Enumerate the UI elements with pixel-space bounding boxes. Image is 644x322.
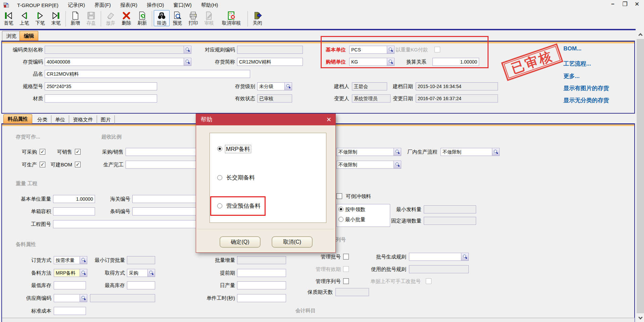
- link-show-with-picture[interactable]: 显示有图片的存货: [563, 84, 609, 92]
- next-record-button[interactable]: 下笔: [32, 10, 48, 26]
- lookup-icon[interactable]: [387, 46, 395, 54]
- max-stock-field[interactable]: [127, 281, 155, 289]
- issue-min-batch-radio[interactable]: [338, 217, 343, 222]
- tab-edit[interactable]: 编辑: [19, 31, 38, 41]
- fixed-increment-field[interactable]: [424, 217, 476, 225]
- link-process-flow[interactable]: 工艺流程...: [563, 60, 591, 68]
- rule-code-field[interactable]: [237, 46, 303, 54]
- lookup-icon[interactable]: [80, 294, 87, 302]
- issue-by-request-radio[interactable]: [338, 207, 343, 212]
- drawing-no-field[interactable]: [53, 220, 196, 228]
- box-volume-field[interactable]: [53, 207, 95, 215]
- backflush-checkbox[interactable]: [336, 193, 342, 199]
- preview-button[interactable]: 预览: [170, 10, 185, 26]
- limit-field-1[interactable]: 不做限制: [336, 148, 401, 156]
- manage-batch-checkbox[interactable]: [343, 254, 349, 259]
- trade-unit-field[interactable]: KG: [349, 58, 395, 66]
- base-unit-weight-field[interactable]: 1.00000: [53, 195, 95, 203]
- menu-tgroup-erp[interactable]: T-GROUP ERP(E): [12, 2, 63, 8]
- dialog-close-icon[interactable]: ✕: [326, 114, 331, 125]
- min-issue-field[interactable]: [424, 205, 476, 213]
- vertical-scrollbar[interactable]: [637, 30, 644, 322]
- close-window-button[interactable]: 关闭: [249, 10, 265, 26]
- lookup-icon[interactable]: [148, 269, 155, 277]
- menu-operation[interactable]: 操作(O): [142, 2, 169, 8]
- tab-browse[interactable]: 浏览: [2, 31, 21, 41]
- new-button[interactable]: 新增: [67, 10, 83, 26]
- lookup-icon[interactable]: [285, 82, 292, 90]
- batch-rule-field[interactable]: [409, 253, 469, 261]
- lookup-icon[interactable]: [387, 58, 395, 66]
- refresh-button[interactable]: 刷新: [134, 10, 150, 26]
- subtab-picture[interactable]: 图片: [97, 115, 115, 124]
- lookup-icon[interactable]: [184, 58, 191, 66]
- item-level-field[interactable]: 未分级: [257, 82, 292, 90]
- option-mrp-label[interactable]: MRP备料: [225, 145, 251, 153]
- shelf-life-field[interactable]: [335, 288, 369, 296]
- ratio-production-field[interactable]: [126, 161, 197, 169]
- barcode-field[interactable]: [132, 207, 196, 215]
- item-name-field[interactable]: CR12MOV精料: [45, 70, 250, 78]
- subtab-qualification[interactable]: 资格文件: [69, 115, 97, 124]
- cancel-button[interactable]: 取消(C): [272, 236, 313, 248]
- option-business-forecast-radio[interactable]: [217, 203, 222, 208]
- subtab-category[interactable]: 分类: [34, 115, 51, 124]
- filter-button[interactable]: 筛选: [154, 10, 170, 26]
- first-record-button[interactable]: 首笔: [1, 10, 16, 26]
- dialog-titlebar[interactable]: 帮助 ✕: [196, 114, 335, 125]
- factory-flow-field[interactable]: 不做限制: [441, 148, 500, 156]
- can-produce-checkbox[interactable]: ✓: [40, 162, 45, 167]
- delete-button[interactable]: 删除: [119, 10, 134, 26]
- menu-window[interactable]: 窗口(W): [169, 2, 196, 8]
- unit-work-time-field[interactable]: [237, 294, 286, 302]
- lead-time-field[interactable]: [237, 269, 286, 277]
- can-purchase-checkbox[interactable]: ✓: [40, 149, 45, 155]
- lookup-icon[interactable]: [184, 46, 191, 54]
- can-sale-checkbox[interactable]: ✓: [75, 149, 81, 155]
- subtab-item-attributes[interactable]: 料品属性: [3, 114, 32, 124]
- minimize-button[interactable]: –: [609, 1, 616, 8]
- spec-field[interactable]: 250*240*35: [45, 82, 157, 90]
- last-record-button[interactable]: 末笔: [48, 10, 64, 26]
- menu-record[interactable]: 记录(R): [63, 2, 90, 8]
- ratio-purchase-sale-field[interactable]: [126, 148, 197, 156]
- lookup-icon[interactable]: [492, 148, 500, 156]
- min-stock-field[interactable]: [54, 281, 86, 289]
- lookup-icon[interactable]: [394, 161, 401, 169]
- acquire-mode-field[interactable]: 采购: [127, 269, 155, 277]
- menu-interface[interactable]: 界面(F): [90, 2, 116, 8]
- option-long-leadtime-label[interactable]: 长交期备料: [226, 174, 255, 182]
- std-cost-field[interactable]: [54, 307, 86, 315]
- manage-serial-checkbox[interactable]: [343, 278, 349, 284]
- cancel-audit-button[interactable]: 取消审核: [217, 10, 246, 26]
- link-show-uncategorized[interactable]: 显示无分类的存货: [563, 96, 609, 104]
- scroll-up-button[interactable]: [637, 30, 644, 39]
- link-more[interactable]: 更多...: [563, 72, 580, 80]
- base-unit-field[interactable]: PCS: [349, 46, 395, 54]
- print-button[interactable]: 打印: [185, 10, 201, 26]
- prep-method-field[interactable]: MRP备料: [54, 269, 87, 277]
- link-bom[interactable]: BOM...: [563, 45, 582, 52]
- lookup-icon[interactable]: [461, 253, 469, 261]
- close-button[interactable]: ✕: [633, 1, 641, 8]
- scroll-down-button[interactable]: [637, 313, 644, 322]
- prev-record-button[interactable]: 上笔: [16, 10, 32, 26]
- coding-category-field[interactable]: [45, 46, 191, 54]
- daily-output-field[interactable]: [237, 281, 286, 289]
- order-mode-field[interactable]: 按需求量: [54, 256, 87, 264]
- menu-help[interactable]: 帮助(H): [196, 2, 223, 8]
- ok-button[interactable]: 确定(Q): [220, 236, 261, 248]
- customs-code-field[interactable]: [132, 195, 196, 203]
- conversion-field[interactable]: 1.00000: [432, 58, 479, 66]
- option-mrp-radio[interactable]: [217, 146, 222, 151]
- menu-report[interactable]: 报表(R): [116, 2, 142, 8]
- limit-field-2[interactable]: 不做限制: [336, 161, 401, 169]
- lookup-icon[interactable]: [394, 148, 401, 156]
- item-code-field[interactable]: 400400008: [45, 58, 191, 66]
- option-business-forecast-label[interactable]: 营业预估备料: [226, 202, 261, 210]
- restore-button[interactable]: ❐: [621, 1, 629, 8]
- item-short-name-field[interactable]: CR12MOV精料: [237, 58, 303, 66]
- subtab-unit[interactable]: 单位: [51, 115, 69, 124]
- can-bom-checkbox[interactable]: ✓: [75, 162, 81, 167]
- material-field[interactable]: [45, 94, 157, 103]
